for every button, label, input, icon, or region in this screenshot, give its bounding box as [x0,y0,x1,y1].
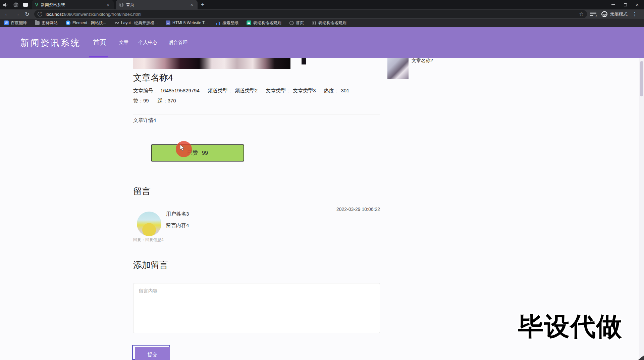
mouse-cursor-icon [180,144,185,151]
pinned-app-icon[interactable] [23,3,28,7]
like-button[interactable]: 已赞 99 [151,144,244,162]
bookmark-item[interactable]: 首页 [289,20,304,26]
article-meta: 文章编号：16485195829794 频道类型：频道类型2 文章类型：文章类型… [133,88,350,94]
maximize-button[interactable] [624,3,627,6]
stat-dislikes: 踩：370 [158,98,176,104]
back-button[interactable]: ← [2,11,12,17]
meta-channel-type: 频道类型：频道类型2 [208,88,258,94]
meta-article-type: 文章类型：文章类型3 [266,88,316,94]
html5-template-icon [166,20,170,25]
screen: V 新闻资讯系统 × 首页 × + × ← → ↻ i localhost:80… [0,0,644,360]
section-divider [133,115,380,115]
commenter-avatar [137,212,161,236]
minimize-button[interactable] [611,4,615,5]
nav-personal-center[interactable]: 个人中心 [139,40,157,46]
comment-content: 留言内容4 [166,222,189,229]
wallpaper-search-icon [216,20,220,25]
corner-artifact [638,355,644,360]
nav-articles[interactable]: 文章 [119,40,128,46]
bookmark-item[interactable]: HTML5 Website T... [166,20,208,25]
nav-admin[interactable]: 后台管理 [169,40,187,46]
table-naming-rules-icon [247,20,251,25]
main-nav: 首页 文章 个人中心 后台管理 [93,27,187,58]
incognito-label: 无痕模式 [610,11,628,17]
nav-home[interactable]: 首页 [93,38,106,47]
url-domain: localhost [46,12,63,17]
commenter-name: 用户姓名3 [166,211,189,217]
url-text: localhost:8080/xinwenzixunxitong/front/i… [46,12,141,17]
meta-heat: 热度：301 [324,88,349,94]
close-window-button[interactable]: × [636,0,639,9]
address-bar[interactable]: i localhost:8080/xinwenzixunxitong/front… [34,10,587,18]
toolbar-right: ♪ 无痕模式 ⋮ [590,11,640,17]
article-detail: 文章详情4 [133,117,156,124]
globe-favicon-icon [119,3,123,7]
comments-heading: 留言 [133,185,151,197]
bookmarks-bar: 译百度翻译 图标网站 Element - 网站快... Layui - 经典开源… [0,19,644,27]
layui-icon [114,20,119,25]
bookmark-item[interactable]: 表结构命名规则 [247,20,281,26]
article-title: 文章名称4 [133,72,173,84]
meta-article-no: 文章编号：16485195829794 [133,88,200,94]
browser-menu-icon[interactable]: ⋮ [632,11,638,17]
article-image [133,58,290,69]
add-comment-heading: 添加留言 [133,259,168,271]
bookmark-item[interactable]: 图标网站 [35,20,58,26]
globe-icon [289,21,294,25]
nav-active-underline [89,56,108,57]
media-control-icon[interactable]: ♪ [590,12,596,16]
speaker-icon [3,2,9,7]
comment-timestamp: 2022-03-29 10:06:22 [320,207,380,212]
tab-close-icon[interactable]: × [106,2,110,7]
browser-toolbar: ← → ↻ i localhost:8080/xinwenzixunxitong… [0,9,644,19]
bookmark-item[interactable]: 译百度翻译 [4,20,27,26]
window-controls: × [611,0,644,9]
globe-icon [312,21,316,25]
element-ui-icon [66,20,70,25]
article-image-fragment [302,58,306,64]
related-article-title[interactable]: 文章名称2 [412,58,433,64]
comment-input[interactable] [133,283,380,333]
incognito-icon [601,11,608,17]
baidu-translate-icon: 译 [4,20,9,25]
incognito-badge: 无痕模式 [601,11,628,17]
tab-close-icon[interactable]: × [190,2,194,7]
tab-news-system[interactable]: V 新闻资讯系统 × [32,0,114,9]
bookmark-item[interactable]: 搜素壁纸 [216,20,238,26]
new-tab-button[interactable]: + [201,1,205,8]
related-article-thumbnail[interactable] [387,58,409,79]
site-header: 新闻资讯系统 首页 文章 个人中心 后台管理 [0,27,644,58]
tab-home[interactable]: 首页 × [116,0,198,9]
vue-favicon-icon: V [35,2,38,7]
bookmark-item[interactable]: Layui - 经典开源模... [114,20,158,26]
browser-tab-strip: V 新闻资讯系统 × 首页 × + × [0,0,644,9]
stat-likes: 赞：99 [133,98,149,104]
bookmark-star-icon[interactable]: ☆ [579,11,584,17]
pinned-globe-icon[interactable] [13,2,18,7]
scrollbar[interactable] [639,58,644,360]
bookmark-item[interactable]: 表结构命名规则 [312,20,346,26]
like-button-count: 99 [202,150,208,156]
submit-button[interactable]: 提交 [135,347,170,360]
url-path: :8080/xinwenzixunxitong/front/index.html [63,12,141,17]
site-info-icon[interactable]: i [38,12,42,16]
watermark-text: 毕设代做 [518,310,612,344]
reload-button[interactable]: ↻ [22,11,32,17]
tab-title: 新闻资讯系统 [41,2,103,8]
site-brand: 新闻资讯系统 [20,37,80,49]
comment-reply: 回复：回复信息4 [133,237,164,243]
bookmark-item[interactable]: Element - 网站快... [66,20,106,26]
article-stats: 赞：99 踩：370 [133,98,176,104]
pinned-icons [0,2,32,7]
folder-icon [35,21,40,25]
scrollbar-thumb[interactable] [640,61,643,96]
forward-button[interactable]: → [12,11,22,17]
tab-title: 首页 [126,2,187,8]
